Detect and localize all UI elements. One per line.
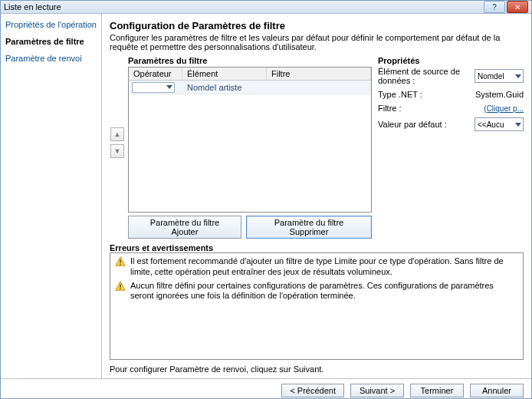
col-header-filter: Filtre — [267, 68, 371, 80]
warnings-section-label: Erreurs et avertissements — [110, 243, 524, 252]
page-heading: Configuration de Paramètres de filtre — [110, 20, 524, 31]
page-description: Configurer les paramètres de filtre et l… — [110, 33, 524, 51]
properties-section-label: Propriétés — [378, 56, 524, 65]
prop-type-label: Type .NET : — [378, 90, 471, 99]
add-filter-button[interactable]: Paramètre du filtre Ajouter — [128, 216, 241, 239]
prop-type-value: System.Guid — [475, 90, 524, 99]
sidebar-item-operation-properties[interactable]: Propriétés de l'opération — [5, 20, 97, 29]
next-button[interactable]: Suivant > — [350, 384, 404, 397]
svg-rect-1 — [120, 259, 120, 262]
window-title: Liste en lecture — [4, 2, 61, 12]
sidebar-item-filter-parameters[interactable]: Paramètres de filtre — [5, 37, 97, 46]
help-button[interactable]: ? — [484, 1, 505, 13]
finish-button[interactable]: Terminer — [410, 384, 464, 397]
warnings-box: Il est fortement recommandé d'ajouter un… — [110, 252, 524, 360]
remove-filter-button[interactable]: Paramètre du filtre Supprimer — [246, 216, 372, 239]
wizard-sidebar: Propriétés de l'opération Paramètres de … — [1, 14, 102, 378]
wizard-footer: < Précédent Suivant > Terminer Annuler — [1, 378, 531, 399]
close-button[interactable]: ✕ — [507, 1, 528, 13]
warning-item: Aucun filtre défini pour certaines confi… — [115, 281, 518, 302]
svg-rect-2 — [120, 264, 120, 265]
prop-default-value: <<Aucu — [478, 120, 504, 129]
warning-item: Il est fortement recommandé d'ajouter un… — [115, 256, 518, 278]
chevron-down-icon — [515, 123, 521, 127]
prop-datasource-dropdown[interactable]: NomdeI — [475, 69, 524, 83]
cancel-button[interactable]: Annuler — [470, 384, 524, 397]
move-up-button[interactable]: ▲ — [110, 127, 124, 141]
prop-default-label: Valeur par défaut : — [378, 120, 470, 129]
back-button[interactable]: < Précédent — [281, 384, 344, 397]
svg-rect-5 — [120, 288, 120, 289]
filter-row[interactable]: NomdeI artiste — [129, 81, 371, 94]
chevron-down-icon — [166, 85, 172, 89]
warning-text: Aucun filtre défini pour certaines confi… — [130, 281, 518, 302]
prop-default-dropdown[interactable]: <<Aucu — [475, 117, 524, 131]
warning-text: Il est fortement recommandé d'ajouter un… — [130, 256, 518, 278]
warning-icon — [115, 256, 126, 267]
svg-rect-4 — [120, 284, 120, 287]
sidebar-item-return-parameter[interactable]: Paramètre de renvoi — [5, 54, 97, 63]
titlebar: Liste en lecture ? ✕ — [1, 1, 531, 14]
dialog-window: Liste en lecture ? ✕ Propriétés de l'opé… — [0, 0, 532, 399]
warning-icon — [115, 281, 126, 292]
prop-filter-label: Filtre : — [378, 104, 479, 113]
prop-datasource-value: NomdeI — [478, 72, 504, 81]
window-buttons: ? ✕ — [484, 1, 528, 13]
move-down-button[interactable]: ▼ — [110, 144, 124, 158]
col-header-operator: Opérateur — [129, 68, 182, 80]
prop-filter-link[interactable]: (Cliquer p... — [484, 104, 524, 113]
col-header-element: Élément — [182, 68, 267, 80]
chevron-down-icon — [515, 74, 521, 78]
prop-datasource-label: Élément de source de données : — [378, 67, 470, 85]
footer-hint: Pour configurer Paramètre de renvoi, cli… — [110, 364, 524, 374]
filters-section-label: Paramètres du filtre — [128, 56, 372, 65]
filter-element-cell: NomdeI artiste — [182, 83, 267, 92]
operator-dropdown[interactable] — [132, 82, 175, 93]
filters-table: ▲ ▼ Opérateur Élément Filtre — [128, 67, 372, 213]
